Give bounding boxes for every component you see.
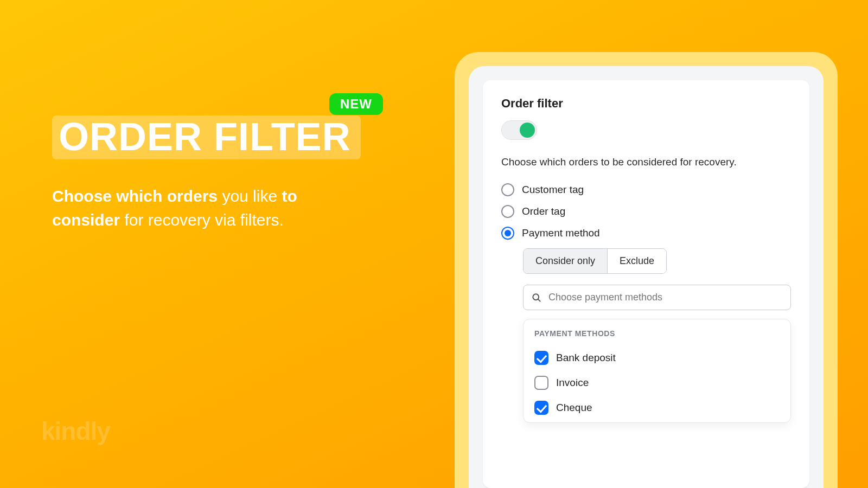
payment-method-subpanel: Consider only Exclude PAYMENT METHODS Ba…	[523, 248, 791, 423]
mode-segmented-control: Consider only Exclude	[523, 248, 667, 274]
svg-line-1	[538, 299, 540, 301]
brand-watermark: kindly	[41, 420, 110, 442]
device-frame: Order filter Choose which orders to be c…	[455, 52, 838, 488]
exclude-button[interactable]: Exclude	[607, 249, 666, 273]
filter-type-radio-group: Customer tag Order tag Payment method	[501, 183, 791, 240]
radio-label: Payment method	[522, 227, 600, 239]
payment-method-search-input[interactable]	[548, 292, 783, 303]
checkbox-icon	[534, 401, 548, 415]
option-bank-deposit[interactable]: Bank deposit	[534, 345, 780, 370]
option-cheque[interactable]: Cheque	[534, 395, 780, 420]
radio-label: Order tag	[522, 206, 565, 217]
checkbox-icon	[534, 376, 548, 390]
dropdown-section-header: PAYMENT METHODS	[534, 329, 780, 338]
option-label: Bank deposit	[556, 352, 616, 364]
hero-sub-bold-1: Choose which orders	[52, 187, 218, 205]
hero-subtitle: Choose which orders you like to consider…	[52, 184, 356, 232]
card-description: Choose which orders to be considered for…	[501, 156, 791, 168]
new-badge: NEW	[329, 93, 383, 115]
radio-label: Customer tag	[522, 184, 584, 196]
search-icon	[531, 292, 542, 303]
hero-sub-tail: for recovery via filters.	[120, 211, 284, 229]
hero-title-highlight: ORDER FILTER	[52, 115, 361, 159]
option-invoice[interactable]: Invoice	[534, 370, 780, 395]
brand-name: kindly	[41, 417, 110, 445]
hero-title: ORDER FILTER	[59, 115, 351, 158]
radio-customer-tag[interactable]: Customer tag	[501, 183, 791, 196]
order-filter-toggle[interactable]	[501, 120, 537, 140]
order-filter-card: Order filter Choose which orders to be c…	[483, 80, 809, 488]
card-title: Order filter	[501, 97, 791, 111]
hero-block: NEW ORDER FILTER Choose which orders you…	[52, 95, 388, 232]
radio-icon	[501, 227, 514, 240]
device-screen: Order filter Choose which orders to be c…	[469, 66, 824, 488]
consider-only-button[interactable]: Consider only	[524, 249, 607, 273]
payment-method-dropdown: PAYMENT METHODS Bank deposit Invoice Che…	[523, 319, 791, 423]
hero-sub-mid: you like	[218, 187, 282, 205]
radio-icon	[501, 205, 514, 218]
payment-method-search[interactable]	[523, 285, 791, 310]
toggle-knob	[520, 123, 535, 138]
option-label: Cheque	[556, 402, 592, 414]
radio-payment-method[interactable]: Payment method	[501, 227, 791, 240]
checkbox-icon	[534, 351, 548, 365]
radio-order-tag[interactable]: Order tag	[501, 205, 791, 218]
option-label: Invoice	[556, 377, 589, 389]
promo-stage: NEW ORDER FILTER Choose which orders you…	[0, 0, 868, 488]
radio-icon	[501, 183, 514, 196]
